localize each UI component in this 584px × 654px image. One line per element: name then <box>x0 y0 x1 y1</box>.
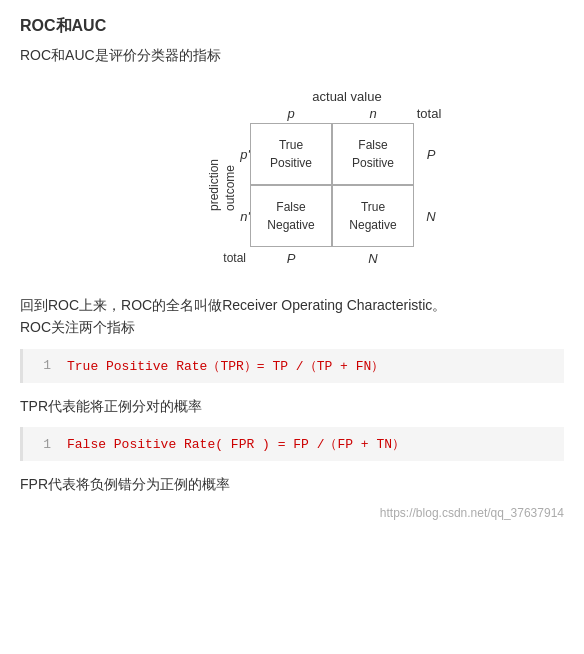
fpr-desc-text: FPR代表将负例错分为正例的概率 <box>20 473 564 495</box>
cell-true-positive: True Positive <box>250 123 332 185</box>
pred-n-label: n' <box>240 185 250 247</box>
roc-focus-span: ROC关注两个指标 <box>20 319 135 335</box>
col-n-total: N <box>332 251 414 266</box>
pred-p-label: p' <box>240 123 250 185</box>
matrix-header-row: actual value p n total <box>160 89 444 121</box>
column-headers: p n total <box>250 106 444 121</box>
actual-value-label: actual value <box>312 89 381 104</box>
code1-line-num: 1 <box>35 358 51 373</box>
page-title: ROC和AUC <box>20 16 564 37</box>
matrix-row-2: False Negative True Negative N <box>250 185 444 247</box>
subtitle-text: ROC和AUC是评价分类器的指标 <box>20 47 564 65</box>
cell-true-negative: True Negative <box>332 185 414 247</box>
roc-intro-span: 回到ROC上来，ROC的全名叫做Receiver Operating Chara… <box>20 297 446 313</box>
prediction-outcome-label: prediction outcome <box>207 159 238 211</box>
code2-line-num: 1 <box>35 437 51 452</box>
col-total-header: total <box>414 106 444 121</box>
bottom-column-totals: P N <box>250 251 414 266</box>
col-p-total: P <box>250 251 332 266</box>
roc-intro-text: 回到ROC上来，ROC的全名叫做Receiver Operating Chara… <box>20 294 564 339</box>
code2-content: False Positive Rate( FPR ) = FP /（FP + T… <box>67 435 405 453</box>
cell-false-positive: False Positive <box>332 123 414 185</box>
bottom-spacer: total <box>160 251 250 265</box>
pred-row-labels: p' n' <box>240 123 250 247</box>
row1-total: P <box>414 123 444 185</box>
footer-link[interactable]: https://blog.csdn.net/qq_37637914 <box>20 506 564 520</box>
col-n-header: n <box>332 106 414 121</box>
matrix-row-1: True Positive False Positive P <box>250 123 444 185</box>
matrix-cells: True Positive False Positive P False Neg… <box>250 123 444 247</box>
confusion-matrix-wrapper: actual value p n total prediction outcom… <box>20 89 564 266</box>
code1-content: True Positive Rate（TPR）= TP /（TP + FN） <box>67 357 384 375</box>
tpr-desc-text: TPR代表能将正例分对的概率 <box>20 395 564 417</box>
code-block-1: 1 True Positive Rate（TPR）= TP /（TP + FN） <box>20 349 564 383</box>
col-p-header: p <box>250 106 332 121</box>
matrix-footer-row: total P N <box>160 251 414 266</box>
row2-total: N <box>414 185 444 247</box>
code-block-2: 1 False Positive Rate( FPR ) = FP /（FP +… <box>20 427 564 461</box>
prediction-side: prediction outcome p' n' <box>160 123 250 247</box>
matrix-main: prediction outcome p' n' True Positiv <box>160 123 444 247</box>
confusion-matrix: actual value p n total prediction outcom… <box>160 89 444 266</box>
total-label: total <box>223 251 246 265</box>
cell-false-negative: False Negative <box>250 185 332 247</box>
